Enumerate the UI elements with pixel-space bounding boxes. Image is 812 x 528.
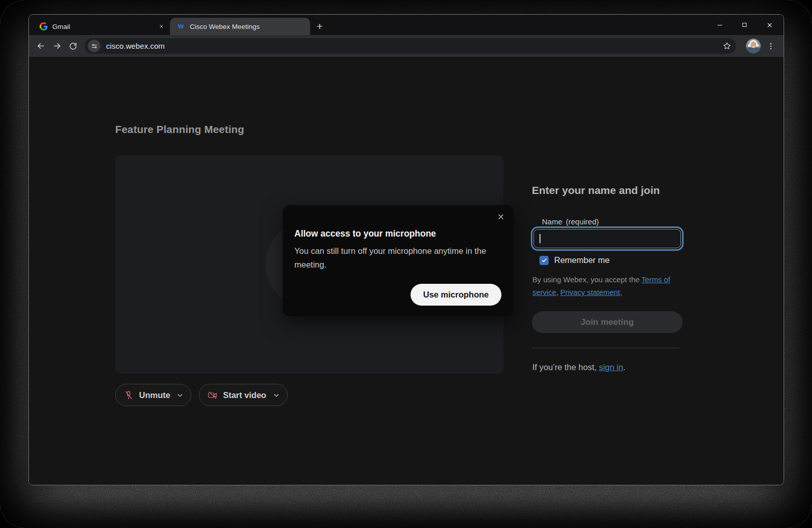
unmute-label: Unmute: [139, 390, 170, 400]
remember-me-checkbox[interactable]: [539, 256, 549, 265]
window-controls: [716, 15, 773, 35]
profile-avatar[interactable]: [746, 39, 761, 53]
host-suffix: .: [623, 362, 626, 372]
terms-prefix: By using Webex, you accept the: [532, 276, 641, 284]
new-tab-button[interactable]: +: [310, 18, 329, 35]
browser-menu-icon[interactable]: [764, 39, 777, 53]
mic-off-icon: [123, 390, 134, 401]
microphone-permission-dialog: Allow access to your microphone You can …: [283, 205, 514, 316]
reload-icon[interactable]: [65, 39, 81, 54]
chevron-down-icon[interactable]: [273, 391, 280, 399]
divider: [532, 348, 679, 348]
video-off-icon: [207, 390, 218, 401]
tab-label: Cisco Webex Meetings: [190, 23, 260, 30]
tab-strip: Gmail W Cisco Webex Meetings +: [29, 15, 784, 35]
check-icon: [541, 257, 548, 263]
webex-favicon-icon: W: [177, 22, 185, 31]
gmail-favicon-icon: [40, 22, 48, 30]
browser-window: Gmail W Cisco Webex Meetings +: [28, 14, 784, 485]
maximize-icon[interactable]: [740, 21, 749, 29]
dialog-title: Allow access to your microphone: [294, 228, 436, 239]
back-icon[interactable]: [33, 39, 48, 54]
tab-webex[interactable]: W Cisco Webex Meetings: [170, 18, 310, 35]
host-prefix: If you’re the host,: [532, 362, 599, 372]
sign-in-link[interactable]: sign in: [599, 362, 623, 372]
join-meeting-button[interactable]: Join meeting: [532, 311, 683, 333]
tab-label: Gmail: [52, 23, 70, 30]
name-input-wrapper: [533, 229, 681, 248]
dialog-close-icon[interactable]: [496, 212, 506, 222]
unmute-button[interactable]: Unmute: [115, 384, 191, 406]
remember-me-row[interactable]: Remember me: [539, 255, 610, 265]
name-label-text: Name: [542, 217, 562, 226]
svg-text:W: W: [178, 23, 184, 29]
start-video-button[interactable]: Start video: [199, 384, 287, 406]
meeting-title: Feature Planning Meeting: [115, 123, 244, 136]
terms-separator: ,: [556, 288, 560, 296]
name-required-hint: (required): [566, 217, 599, 226]
join-heading: Enter your name and join: [532, 184, 683, 196]
use-microphone-button[interactable]: Use microphone: [411, 284, 501, 306]
text-caret: [539, 234, 540, 243]
name-field-label: Name(required): [542, 217, 599, 226]
url-bar[interactable]: cisco.webex.com: [85, 38, 736, 54]
webex-page: Feature Planning Meeting Unmute: [29, 57, 784, 485]
forward-icon[interactable]: [49, 39, 64, 54]
start-video-label: Start video: [223, 390, 266, 400]
site-info-icon[interactable]: [88, 40, 100, 52]
tab-gmail[interactable]: Gmail: [33, 18, 170, 35]
minimize-icon[interactable]: [716, 21, 724, 29]
url-text: cisco.webex.com: [106, 42, 165, 50]
remember-me-label: Remember me: [554, 255, 610, 265]
name-input[interactable]: [542, 234, 675, 243]
close-window-icon[interactable]: [765, 21, 773, 29]
bookmark-star-icon[interactable]: [720, 39, 734, 53]
media-controls: Unmute Start video: [115, 384, 288, 406]
chevron-down-icon[interactable]: [176, 391, 184, 399]
dialog-body: You can still turn off your microphone a…: [294, 244, 504, 272]
terms-suffix: ,: [620, 288, 622, 296]
terms-text: By using Webex, you accept the Terms of …: [532, 274, 683, 299]
host-signin-text: If you’re the host, sign in.: [532, 362, 625, 372]
privacy-statement-link[interactable]: Privacy statement: [560, 288, 620, 296]
browser-toolbar: cisco.webex.com: [29, 35, 784, 57]
tab-close-icon[interactable]: [157, 22, 166, 31]
join-panel: Enter your name and join Name(required) …: [532, 184, 683, 382]
